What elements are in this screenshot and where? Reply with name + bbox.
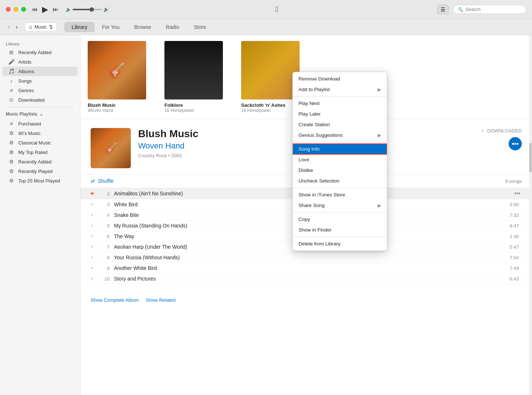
music-selector[interactable]: ♫ Music ⇅ xyxy=(24,22,57,32)
play-button[interactable]: ▶ xyxy=(42,5,48,14)
context-menu-item-dislike[interactable]: Dislike xyxy=(293,165,387,176)
sidebar-item-recently-added[interactable]: ⊞ Recently Added xyxy=(2,48,78,57)
sidebar-item-songs[interactable]: ♪ Songs xyxy=(2,76,78,86)
context-menu-item-play-next[interactable]: Play Next xyxy=(293,98,387,109)
tab-browse[interactable]: Browse xyxy=(127,22,159,32)
tab-library[interactable]: Library xyxy=(64,22,95,32)
apple-logo:  xyxy=(116,5,437,14)
sidebar-item-albums[interactable]: 🎵 Albums xyxy=(2,67,78,76)
sidebar-item-classical[interactable]: ⚙ Classical Music xyxy=(2,138,78,147)
fast-forward-button[interactable]: ⏭ xyxy=(53,6,58,13)
context-menu-item-delete[interactable]: Delete from Library xyxy=(293,238,387,249)
tab-radio[interactable]: Radio xyxy=(159,22,187,32)
sidebar-item-recently-added-pl[interactable]: ⚙ Recently Added xyxy=(2,157,78,166)
shuffle-button[interactable]: ⇄ Shuffle xyxy=(91,178,114,184)
scrollbar-thumb[interactable] xyxy=(529,143,532,172)
share-song-label: Share Song xyxy=(299,203,324,208)
song-more-icon[interactable]: ••• xyxy=(513,190,522,197)
context-menu-item-song-info[interactable]: Song Info xyxy=(293,144,387,154)
playlist-top-rated-icon: ⚙ xyxy=(8,149,15,155)
songs-count: 9 songs xyxy=(505,178,522,184)
sidebar-label-purchased: Purchased xyxy=(18,121,41,127)
search-box[interactable]: 🔍 xyxy=(453,5,526,14)
scrollbar[interactable] xyxy=(529,35,532,395)
sidebar-item-my-top-rated[interactable]: ⚙ My Top Rated xyxy=(2,147,78,157)
nav-back-button[interactable]: ‹ xyxy=(6,23,12,31)
tab-store[interactable]: Store xyxy=(186,22,213,32)
sidebar-item-90s-music[interactable]: ⚙ 90's Music xyxy=(2,128,78,138)
table-row[interactable]: ♥ 10 Story and Pictures 6:43 xyxy=(80,274,532,284)
content-area: 🎸 Blush Music Woven Hand Folklore 16 Hor… xyxy=(80,35,532,395)
love-icon[interactable]: ♥ xyxy=(91,212,99,218)
song-number: 10 xyxy=(99,276,110,282)
love-icon[interactable]: ♥ xyxy=(91,191,99,196)
playlists-header[interactable]: Music Playlists ⌄ xyxy=(0,109,80,119)
albums-icon: 🎵 xyxy=(8,68,15,74)
context-menu-item-show-itunes[interactable]: Show in iTunes Store xyxy=(293,189,387,200)
sidebar: Library ⊞ Recently Added 🎤 Artists 🎵 Alb… xyxy=(0,35,80,395)
sidebar-item-purchased[interactable]: ≡ Purchased xyxy=(2,119,78,128)
love-icon[interactable]: ♥ xyxy=(91,244,99,250)
list-view-button[interactable]: ☰ xyxy=(437,5,449,14)
nav-arrows: ‹ › xyxy=(6,23,20,31)
close-button[interactable] xyxy=(6,7,11,12)
context-menu-item-copy[interactable]: Copy xyxy=(293,214,387,225)
table-row[interactable]: ♥ 9 Another White Bird 7:49 xyxy=(80,263,532,274)
context-menu-section-3: Song Info Love Dislike Uncheck Selection xyxy=(293,142,387,188)
context-menu-item-add-to-playlist[interactable]: Add to Playlist ▶ xyxy=(293,84,387,95)
rewind-button[interactable]: ⏮ xyxy=(32,6,38,13)
copy-label: Copy xyxy=(299,217,310,222)
album-art-blush: 🎸 xyxy=(88,41,146,99)
show-related-link[interactable]: Show Related xyxy=(146,297,176,303)
music-note-icon: ♫ xyxy=(28,24,33,30)
sidebar-label-my-top-rated: My Top Rated xyxy=(18,150,48,155)
context-menu-item-uncheck[interactable]: Uncheck Selection xyxy=(293,176,387,186)
song-number: 2 xyxy=(99,191,110,196)
context-menu-item-play-later[interactable]: Play Later xyxy=(293,109,387,119)
search-input[interactable] xyxy=(466,7,521,12)
love-icon[interactable]: ♥ xyxy=(91,265,99,271)
sidebar-label-recently-played: Recently Played xyxy=(18,169,53,174)
sidebar-item-artists[interactable]: 🎤 Artists xyxy=(2,57,78,67)
minimize-button[interactable] xyxy=(14,7,18,12)
more-options-button[interactable]: ••• xyxy=(509,137,522,150)
playlist-recently-added-icon: ⚙ xyxy=(8,159,15,165)
context-menu-section-4: Show in iTunes Store Share Song ▶ xyxy=(293,188,387,212)
context-menu-item-genius[interactable]: Genius Suggestions ▶ xyxy=(293,130,387,140)
maximize-button[interactable] xyxy=(21,7,26,12)
create-station-label: Create Station xyxy=(299,122,330,127)
love-icon[interactable]: ♥ xyxy=(91,202,99,207)
volume-low-icon: 🔈 xyxy=(66,7,71,12)
love-icon[interactable]: ♥ xyxy=(91,233,99,239)
context-menu: Remove Download Add to Playlist ▶ Play N… xyxy=(292,72,387,251)
context-menu-item-create-station[interactable]: Create Station xyxy=(293,119,387,130)
context-menu-section-5: Copy Show in Finder xyxy=(293,212,387,237)
sidebar-item-downloaded[interactable]: ⊙ Downloaded xyxy=(2,95,78,105)
love-icon[interactable]: ♥ xyxy=(91,255,99,260)
album-scroll-artist-blush: Woven Hand xyxy=(88,108,153,113)
context-menu-item-remove-download[interactable]: Remove Download xyxy=(293,74,387,84)
love-icon[interactable]: ♥ xyxy=(91,223,99,229)
tab-for-you[interactable]: For You xyxy=(95,22,127,32)
love-icon[interactable]: ♥ xyxy=(91,276,99,282)
context-menu-item-share-song[interactable]: Share Song ▶ xyxy=(293,200,387,211)
sidebar-item-genres[interactable]: ≡ Genres xyxy=(2,86,78,95)
album-scroll-blush[interactable]: 🎸 Blush Music Woven Hand xyxy=(88,41,153,113)
nav-forward-button[interactable]: › xyxy=(14,23,20,31)
love-label: Love xyxy=(299,157,309,162)
volume-thumb[interactable] xyxy=(90,7,94,12)
sidebar-item-top-25[interactable]: ⚙ Top 25 Most Played xyxy=(2,176,78,185)
blush-art-visual: 🎸 xyxy=(88,41,146,99)
context-menu-item-love[interactable]: Love xyxy=(293,154,387,165)
show-complete-album-link[interactable]: Show Complete Album xyxy=(91,297,139,303)
sidebar-label-classical: Classical Music xyxy=(18,140,51,146)
submenu-arrow-icon: ▶ xyxy=(378,203,381,208)
sidebar-label-90s: 90's Music xyxy=(18,131,41,136)
context-menu-item-show-finder[interactable]: Show in Finder xyxy=(293,225,387,235)
shuffle-label: Shuffle xyxy=(98,178,114,184)
sidebar-item-recently-played[interactable]: ⚙ Recently Played xyxy=(2,166,78,176)
table-row[interactable]: ♥ 8 Your Russia (Without Hands) 7:04 xyxy=(80,252,532,263)
album-scroll-folklore[interactable]: Folklore 16 Horsepower xyxy=(164,41,230,113)
sidebar-label-top-25: Top 25 Most Played xyxy=(18,178,60,184)
volume-slider[interactable]: 🔈 🔊 xyxy=(66,7,109,12)
